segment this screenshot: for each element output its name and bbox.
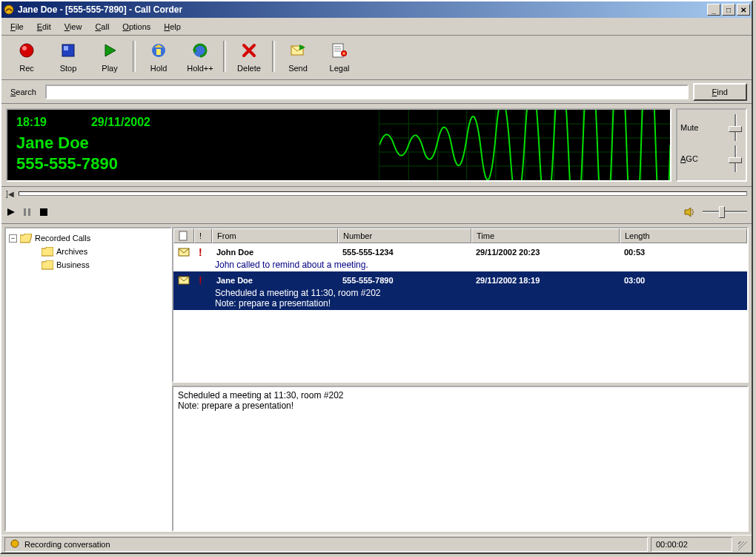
folder-icon [42,247,53,257]
resize-grip[interactable] [735,537,749,552]
call-row[interactable]: !Jane Doe555-555-789029/11/2002 18:1903:… [173,271,747,310]
col-priority[interactable]: ! [194,228,212,243]
app-icon [3,4,15,16]
status-icon [10,538,20,550]
envelope-icon [173,248,194,257]
status-text: Recording conversation [24,540,110,549]
row-note: Scheduled a meeting at 11:30, room #202 … [173,288,747,309]
send-button[interactable]: Send [277,39,319,76]
lcd-number: 555-555-7890 [16,154,370,174]
legal-button[interactable]: Legal [319,39,360,76]
tree-item-business[interactable]: Business [9,258,168,271]
cell-from: John Doe [212,248,338,257]
svg-rect-7 [156,49,161,55]
page-icon [179,231,188,241]
menu-view[interactable]: View [59,21,88,33]
toolbar-separator [221,39,228,74]
delete-label: Delete [237,64,261,73]
cell-time: 29/11/2002 18:19 [471,276,620,285]
maximize-button[interactable]: □ [722,4,735,16]
menu-file[interactable]: File [4,21,30,33]
seek-start-marker: ]◀ [6,190,14,198]
svg-rect-32 [24,208,26,216]
hold-button[interactable]: Hold [138,39,179,76]
close-button[interactable]: ✕ [737,4,750,16]
send-icon [288,40,308,61]
svg-rect-36 [179,231,187,240]
speaker-icon[interactable] [683,206,695,218]
titlebar[interactable]: Jane Doe - [555-555-7890] - Call Corder … [1,1,752,18]
find-button[interactable]: Find [693,83,747,101]
col-length[interactable]: Length [620,228,747,243]
agc-label: AGC [680,154,698,163]
stop-icon [58,40,79,61]
lcd-date: 29/11/2002 [91,116,150,129]
cell-time: 29/11/2002 20:23 [471,248,620,257]
tree-item-label: Business [56,260,90,269]
searchbar: Search Find [1,80,752,104]
holdpp-icon [190,40,210,61]
delete-icon [239,40,259,61]
lcd-caller: Jane Doe [16,134,370,153]
call-list[interactable]: ! From Number Time Length !John Doe555-5… [172,227,749,383]
folder-tree[interactable]: − Recorded Calls Archives Business [4,227,172,532]
search-input[interactable] [45,85,689,99]
priority-icon: ! [194,246,212,258]
rec-button[interactable]: Rec [6,39,47,76]
svg-point-2 [22,46,27,50]
status-time-cell: 00:00:02 [651,537,732,552]
play-small-button[interactable] [6,207,16,217]
col-icon[interactable] [173,228,194,243]
stop-label: Stop [60,64,77,73]
status-text-cell: Recording conversation [4,537,648,552]
search-label: Search [6,86,41,98]
tree-root-label: Recorded Calls [35,234,90,243]
stop-small-button[interactable] [39,207,49,217]
call-row[interactable]: !John Doe555-555-123429/11/2002 20:2300:… [173,243,747,271]
rec-label: Rec [19,64,34,73]
tree-collapse-icon[interactable]: − [9,234,17,243]
waveform-display [379,110,670,180]
cell-from: Jane Doe [212,276,338,285]
holdpp-button[interactable]: Hold++ [179,39,221,76]
menu-options[interactable]: Options [116,21,156,33]
svg-marker-31 [7,208,15,216]
volume-slider[interactable] [703,205,747,219]
svg-marker-5 [105,45,116,56]
play-button[interactable]: Play [89,39,130,76]
menu-edit[interactable]: Edit [31,21,57,33]
lcd-time: 18:19 [16,116,47,129]
col-number[interactable]: Number [338,228,471,243]
agc-slider[interactable] [728,144,743,174]
record-icon [16,40,37,61]
tree-item-label: Archives [56,247,87,256]
menubar: File Edit View Call Options Help [1,18,752,36]
tree-item-archives[interactable]: Archives [9,245,168,258]
note-pane[interactable]: Scheduled a meeting at 11:30, room #202 … [172,386,749,532]
menu-help[interactable]: Help [158,21,187,33]
holdpp-label: Hold++ [187,64,213,73]
toolbar-separator [270,39,277,74]
svg-point-17 [342,52,345,55]
mute-slider[interactable] [728,113,743,142]
legal-icon [329,40,350,61]
legal-label: Legal [330,64,350,73]
toolbar: Rec Stop Play Hold Hold++ Delete Send [1,36,752,80]
seek-bar[interactable]: ]◀ [1,187,752,203]
minimize-button[interactable]: _ [707,4,720,16]
svg-rect-4 [64,46,68,50]
delete-button[interactable]: Delete [228,39,270,76]
menu-call[interactable]: Call [89,21,115,33]
tree-root[interactable]: − Recorded Calls [9,231,168,245]
playback-bar [1,203,752,224]
seek-track[interactable] [19,191,747,196]
window-title: Jane Doe - [555-555-7890] - Call Corder [18,4,706,15]
cell-length: 00:53 [620,248,747,257]
stop-button[interactable]: Stop [47,39,89,76]
folder-open-icon [20,234,32,243]
play-label: Play [102,64,117,73]
col-time[interactable]: Time [471,228,620,243]
col-from[interactable]: From [212,228,338,243]
status-time: 00:00:02 [656,540,688,549]
pause-small-button[interactable] [22,207,33,217]
